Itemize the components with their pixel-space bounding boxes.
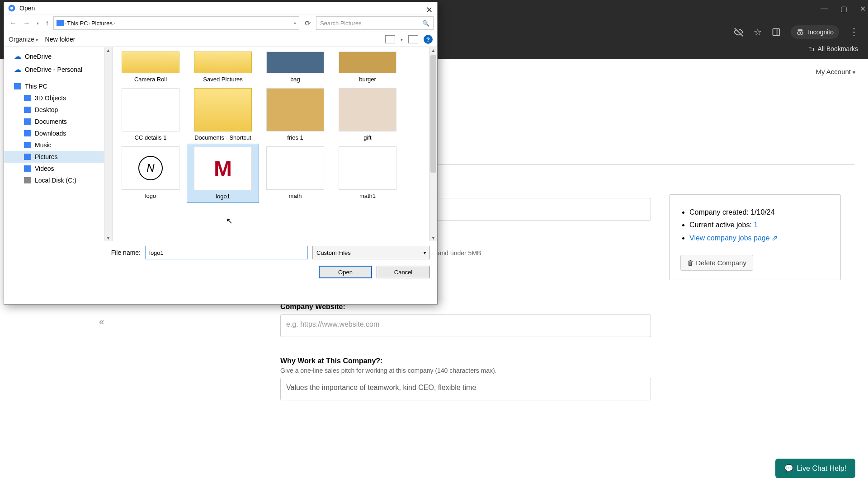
file-name: CC details 1 <box>116 134 185 141</box>
info-active-jobs: Current active jobs: 1 <box>689 221 830 229</box>
tree-downloads[interactable]: Downloads <box>4 127 112 139</box>
nav-recent-icon[interactable]: ▾ <box>35 19 41 28</box>
active-jobs-link[interactable]: 1 <box>754 221 758 229</box>
why-input[interactable]: Values the importance of teamwork, kind … <box>280 378 651 400</box>
file-item[interactable]: burger <box>331 49 404 85</box>
sidepanel-icon[interactable] <box>772 28 781 37</box>
dialog-help-icon[interactable]: ? <box>424 35 433 44</box>
why-label: Why Work at This Company?: <box>280 357 651 365</box>
file-name: fries 1 <box>261 134 330 141</box>
folder-icon <box>194 52 252 73</box>
image-thumbnail <box>339 52 396 73</box>
search-input[interactable]: Search Pictures 🔍 <box>316 16 434 30</box>
breadcrumb-dropdown-icon[interactable]: ▾ <box>294 21 296 26</box>
nav-up-icon[interactable]: ↑ <box>43 17 51 29</box>
shortcut-icon <box>194 88 252 131</box>
file-item[interactable]: fries 1 <box>259 85 331 144</box>
file-name-label: File name: <box>111 249 141 256</box>
tree-videos[interactable]: Videos <box>4 163 112 174</box>
file-item[interactable]: Documents - Shortcut <box>187 85 259 144</box>
tree-onedrive-personal[interactable]: ☁OneDrive - Personal <box>4 63 112 76</box>
tree-music[interactable]: Music <box>4 139 112 151</box>
nav-back-icon[interactable]: ← <box>8 17 19 29</box>
file-name: Saved Pictures <box>189 76 257 83</box>
company-info-card: Company created: 1/10/24 Current active … <box>669 194 841 280</box>
live-chat-button[interactable]: 💬 Live Chat Help! <box>775 459 855 478</box>
pc-icon <box>14 83 21 89</box>
tree-documents[interactable]: Documents <box>4 116 112 127</box>
file-item[interactable]: math1 <box>331 144 404 203</box>
videos-icon <box>24 165 31 172</box>
scrollbar-thumb[interactable] <box>430 55 436 173</box>
cancel-button[interactable]: Cancel <box>377 266 430 278</box>
preview-pane-icon[interactable] <box>408 35 418 43</box>
svg-rect-0 <box>773 29 780 36</box>
dialog-title: Open <box>19 5 35 12</box>
maximize-icon[interactable]: ▢ <box>840 5 847 13</box>
file-item[interactable]: math <box>259 144 331 203</box>
scroll-up-icon[interactable]: ▲ <box>429 47 437 54</box>
dialog-title-bar: Open ✕ <box>4 2 437 14</box>
file-item[interactable]: Nlogo <box>114 144 187 203</box>
tree-3d-objects[interactable]: 3D Objects <box>4 92 112 104</box>
image-thumbnail <box>266 52 324 73</box>
file-grid: Camera Roll Saved Pictures bag burger CC… <box>113 47 437 241</box>
desktop-icon <box>24 107 31 113</box>
breadcrumb[interactable]: › This PC › Pictures › ▾ <box>53 16 299 30</box>
tree-onedrive[interactable]: ☁OneDrive <box>4 50 112 63</box>
tree-desktop[interactable]: Desktop <box>4 104 112 116</box>
file-item[interactable]: Saved Pictures <box>187 49 259 85</box>
file-name: math1 <box>333 192 402 199</box>
chevron-right-icon: › <box>89 21 90 26</box>
all-bookmarks-button[interactable]: 🗀 All Bookmarks <box>808 45 858 52</box>
close-window-icon[interactable]: ✕ <box>860 5 866 13</box>
pictures-icon <box>24 154 31 160</box>
tree-pictures[interactable]: Pictures <box>4 151 112 163</box>
tree-this-pc[interactable]: This PC <box>4 80 112 92</box>
browser-menu-icon[interactable]: ⋮ <box>849 26 859 38</box>
scroll-down-icon[interactable]: ▼ <box>104 235 112 241</box>
website-input[interactable]: e.g. https://www.website.com <box>280 314 651 337</box>
file-item[interactable]: CC details 1 <box>114 85 187 144</box>
breadcrumb-pictures[interactable]: Pictures <box>91 20 113 27</box>
open-button[interactable]: Open <box>319 266 372 278</box>
incognito-badge[interactable]: Incognito <box>791 25 839 39</box>
view-mode-icon[interactable] <box>385 35 395 43</box>
tree-scrollbar[interactable]: ▲ ▼ <box>104 47 112 241</box>
all-bookmarks-label: All Bookmarks <box>818 45 858 52</box>
chevron-right-icon: › <box>113 21 115 26</box>
file-name-input[interactable] <box>145 246 308 259</box>
why-work-section: Why Work at This Company?: Give a one-li… <box>280 357 651 400</box>
files-scrollbar[interactable]: ▲ ▼ <box>429 47 437 241</box>
star-icon[interactable]: ☆ <box>754 27 762 38</box>
file-item-selected[interactable]: Mlogo1 <box>187 144 259 203</box>
tree-local-disk[interactable]: Local Disk (C:) <box>4 174 112 186</box>
pc-icon <box>57 20 64 26</box>
delete-company-button[interactable]: 🗑 Delete Company <box>680 255 753 271</box>
file-type-dropdown[interactable]: Custom Files ▾ <box>312 246 430 259</box>
dialog-close-button[interactable]: ✕ <box>426 5 433 15</box>
music-icon <box>24 142 31 148</box>
file-name: Documents - Shortcut <box>189 134 257 141</box>
new-folder-button[interactable]: New folder <box>45 36 75 43</box>
my-account-dropdown[interactable]: My Account <box>816 68 855 75</box>
website-section: Company Website: e.g. https://www.websit… <box>280 303 651 337</box>
file-item[interactable]: Camera Roll <box>114 49 187 85</box>
svg-point-2 <box>797 32 800 34</box>
organize-dropdown[interactable]: Organize <box>9 36 38 43</box>
refresh-icon[interactable]: ⟳ <box>302 19 313 28</box>
minimize-icon[interactable]: — <box>821 5 828 13</box>
image-thumbnail <box>266 88 324 131</box>
file-item[interactable]: bag <box>259 49 331 85</box>
folder-icon <box>122 52 179 73</box>
nav-forward-icon[interactable]: → <box>21 17 32 29</box>
eye-off-icon[interactable] <box>734 27 744 37</box>
sidebar-collapse-button[interactable]: « <box>0 309 136 334</box>
file-item[interactable]: gift <box>331 85 404 144</box>
view-jobs-link[interactable]: View company jobs page ⇗ <box>689 234 778 242</box>
scroll-down-icon[interactable]: ▼ <box>429 235 437 241</box>
cloud-icon: ☁ <box>14 65 21 74</box>
scroll-up-icon[interactable]: ▲ <box>104 47 112 54</box>
view-mode-dropdown-icon[interactable]: ▾ <box>401 37 403 42</box>
breadcrumb-this-pc[interactable]: This PC <box>67 20 88 27</box>
